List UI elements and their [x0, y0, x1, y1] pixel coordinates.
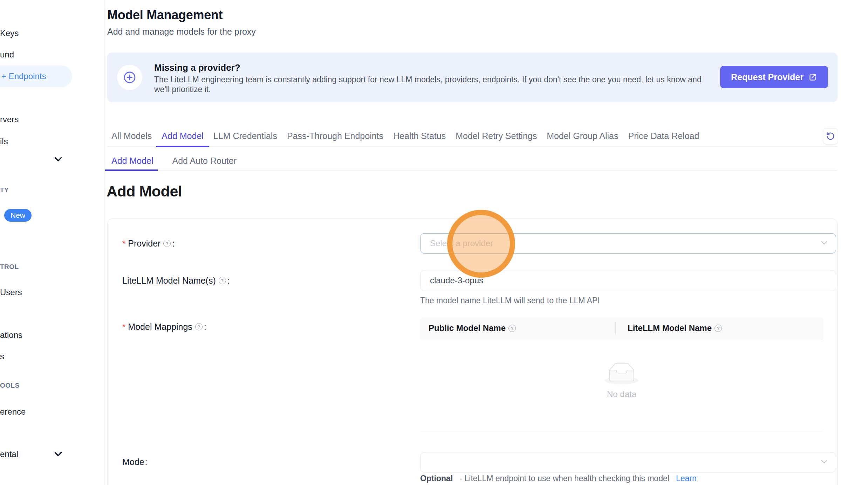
- table-bottom-border: [420, 431, 823, 431]
- request-provider-button[interactable]: Request Provider: [720, 66, 828, 88]
- refresh-button[interactable]: [823, 128, 838, 144]
- banner-body: The LiteLLM engineering team is constant…: [154, 75, 715, 94]
- required-asterisk: *: [122, 322, 125, 332]
- external-link-icon: [808, 72, 817, 82]
- plus-circle-icon: [117, 65, 142, 90]
- sidebar-item-organizations[interactable]: ations: [0, 330, 22, 340]
- model-mappings-table: Public Model Name ? LiteLLM Model Name ?…: [420, 317, 823, 431]
- page-subtitle: Add and manage models for the proxy: [107, 27, 256, 37]
- chevron-down-icon[interactable]: [54, 452, 62, 458]
- new-badge: New: [4, 209, 32, 222]
- chevron-down-icon[interactable]: [54, 157, 62, 164]
- sidebar-section-control: TROL: [0, 263, 19, 271]
- label-colon: :: [204, 322, 206, 332]
- tab-health-status[interactable]: Health Status: [393, 125, 446, 146]
- model-name-input[interactable]: claude-3-opus: [420, 270, 836, 291]
- tab-model-group-alias[interactable]: Model Group Alias: [547, 125, 618, 146]
- model-name-value: claude-3-opus: [430, 276, 483, 285]
- help-icon[interactable]: ?: [508, 325, 516, 332]
- help-icon[interactable]: ?: [715, 325, 722, 332]
- learn-more-link[interactable]: Learn: [676, 474, 697, 483]
- column-header-text: LiteLLM Model Name: [628, 323, 712, 333]
- column-header-litellm-model-name: LiteLLM Model Name ?: [628, 323, 723, 333]
- sidebar-item-playground[interactable]: und: [0, 50, 14, 60]
- tab-price-data-reload[interactable]: Price Data Reload: [628, 125, 699, 146]
- sidebar-item-rails[interactable]: ils: [0, 137, 8, 146]
- tab-all-models[interactable]: All Models: [111, 125, 152, 146]
- sidebar-item-inference[interactable]: erence: [0, 407, 26, 417]
- sidebar-section-tools: OOLS: [0, 382, 20, 389]
- tab-add-model[interactable]: Add Model: [162, 125, 204, 146]
- mode-label: Mode :: [122, 457, 148, 467]
- request-provider-label: Request Provider: [731, 72, 804, 82]
- column-header-public-model-name: Public Model Name ?: [429, 323, 517, 333]
- model-mappings-label: * Model Mappings ? :: [122, 322, 206, 332]
- sidebar-item-users[interactable]: Users: [0, 287, 22, 297]
- chevron-down-icon: [821, 459, 827, 465]
- model-tabs: All Models Add Model LLM Credentials Pas…: [107, 125, 838, 147]
- sidebar-item-keys[interactable]: Keys: [0, 28, 19, 38]
- sidebar-section-security: TY: [0, 186, 9, 194]
- sidebar: Keys und + Endpoints rvers ils TY New TR…: [0, 0, 104, 485]
- page-title: Model Management: [107, 8, 223, 22]
- subtab-add-auto-router[interactable]: Add Auto Router: [172, 152, 237, 171]
- mode-select[interactable]: [420, 452, 836, 472]
- help-icon[interactable]: ?: [219, 277, 226, 284]
- provider-placeholder: Select a provider: [430, 238, 493, 248]
- provider-label-text: Provider: [128, 238, 160, 249]
- column-divider: [615, 322, 616, 335]
- sidebar-item-teams[interactable]: s: [0, 352, 4, 361]
- add-model-heading: Add Model: [107, 183, 182, 200]
- refresh-icon: [826, 132, 835, 141]
- tab-llm-credentials[interactable]: LLM Credentials: [213, 125, 277, 146]
- help-icon[interactable]: ?: [195, 323, 203, 331]
- label-colon: :: [227, 276, 230, 286]
- missing-provider-banner: Missing a provider? The LiteLLM engineer…: [107, 53, 838, 102]
- provider-select[interactable]: Select a provider: [420, 233, 836, 254]
- model-name-label: LiteLLM Model Name(s) ? :: [122, 276, 230, 286]
- add-model-subtabs: Add Model Add Auto Router: [107, 151, 838, 171]
- column-header-text: Public Model Name: [429, 323, 506, 333]
- help-icon[interactable]: ?: [163, 240, 171, 247]
- mode-help-body: - LiteLLM endpoint to use when health ch…: [459, 474, 669, 483]
- empty-inbox-icon: [605, 363, 638, 386]
- label-colon: :: [145, 457, 148, 467]
- table-header-row: Public Model Name ? LiteLLM Model Name ?: [420, 317, 823, 339]
- mode-label-text: Mode: [122, 457, 144, 467]
- sidebar-item-servers[interactable]: rvers: [0, 115, 19, 124]
- subtab-add-model[interactable]: Add Model: [111, 152, 153, 171]
- sidebar-item-endpoints[interactable]: + Endpoints: [1, 71, 46, 81]
- required-asterisk: *: [122, 238, 125, 248]
- sidebar-item-experimental[interactable]: ental: [0, 449, 18, 459]
- label-colon: :: [172, 238, 175, 249]
- model-name-help-text: The model name LiteLLM will send to the …: [420, 295, 600, 306]
- no-data-text: No data: [420, 389, 823, 399]
- tab-pass-through-endpoints[interactable]: Pass-Through Endpoints: [287, 125, 383, 146]
- chevron-down-icon: [821, 240, 827, 247]
- model-mappings-label-text: Model Mappings: [128, 322, 192, 332]
- optional-label: Optional: [420, 474, 453, 483]
- provider-label: * Provider ? :: [122, 238, 175, 249]
- mode-help-text: Optional - LiteLLM endpoint to use when …: [420, 473, 697, 484]
- add-model-form-card: * Provider ? : Select a provider LiteLLM…: [107, 219, 838, 485]
- banner-title: Missing a provider?: [154, 62, 240, 73]
- tab-model-retry-settings[interactable]: Model Retry Settings: [456, 125, 537, 146]
- model-name-label-text: LiteLLM Model Name(s): [122, 276, 216, 286]
